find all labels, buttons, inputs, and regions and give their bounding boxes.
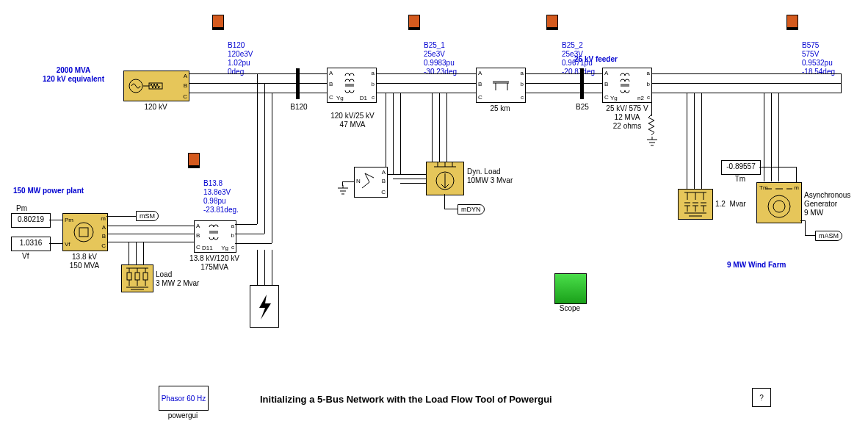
label-asyncgen: Asynchronous Generator 9 MW [804, 191, 850, 217]
goto-tag-mSM[interactable]: mSM [136, 211, 159, 221]
pi-line-icon [477, 68, 525, 102]
wire [272, 250, 272, 285]
goto-tag-mASM[interactable]: mASM [815, 231, 842, 241]
wire [264, 250, 265, 285]
wire [386, 93, 386, 174]
label-powerplant: 150 MW power plant [13, 187, 84, 195]
goto-tag-mDYN[interactable]: mDYN [457, 204, 485, 215]
wire [444, 194, 445, 209]
bus-flag-B25_1[interactable] [408, 15, 420, 30]
busbar-B25[interactable] [580, 68, 584, 99]
label-equivalent: 2000 MVA 120 kV equivalent [29, 66, 117, 84]
wire [759, 167, 796, 168]
ground-icon [336, 185, 350, 195]
label-windfarm: 9 MW Wind Farm [727, 261, 786, 270]
block-help[interactable]: ? [752, 388, 771, 407]
constant-Pm[interactable]: 0.80219 [11, 213, 51, 228]
block-ground-neutral[interactable]: N A B C [354, 167, 388, 198]
label-line: 25 km [476, 104, 524, 113]
bus-B25_1-text: B25_125e3V0.9983pu-30.23deg. [424, 24, 459, 85]
bus-flag-B25_2[interactable] [546, 15, 558, 30]
wire [796, 167, 797, 183]
wire [129, 242, 129, 264]
wire [400, 93, 401, 174]
resistor-icon [648, 115, 654, 137]
block-powergui[interactable]: Phasor 60 Hz [159, 386, 209, 411]
wire [342, 181, 354, 182]
wire [446, 93, 447, 162]
wire [771, 93, 772, 181]
wire [49, 243, 62, 244]
svg-rect-52 [143, 273, 148, 280]
block-async-gen[interactable]: Tm m [756, 182, 802, 223]
wire [393, 93, 394, 174]
xfmr-icon [328, 68, 376, 102]
label-Vf: Vf [22, 252, 29, 261]
label-scope: Scope [551, 304, 589, 313]
dynload-icon [427, 162, 463, 195]
label-xfmr2: 25 kV/ 575 V 12 MVA 22 ohms [598, 104, 657, 131]
wire [764, 93, 764, 181]
wire [687, 93, 687, 189]
bus-flag-B575[interactable] [786, 15, 798, 30]
wire [235, 234, 264, 234]
svg-point-35 [768, 195, 790, 217]
label-Pm: Pm [16, 204, 27, 213]
label-dynload: Dyn. Load 10MW 3 Mvar [467, 168, 513, 185]
block-scope[interactable] [554, 273, 587, 304]
xfmr-icon [195, 221, 236, 252]
svg-rect-41 [79, 228, 88, 237]
wire [257, 73, 258, 224]
block-source-120kV[interactable]: A B C [123, 71, 189, 101]
svg-rect-46 [127, 273, 131, 280]
cap-icon [679, 190, 712, 219]
bus-flag-B120[interactable] [212, 15, 224, 30]
block-cap[interactable] [678, 189, 713, 220]
wire [778, 93, 779, 181]
port-A: A [184, 73, 187, 79]
wire [432, 93, 433, 162]
wire [841, 73, 842, 93]
block-fault[interactable] [250, 285, 279, 328]
wire [694, 93, 695, 189]
wire [136, 242, 137, 264]
label-source-120kV: 120 kV [123, 103, 188, 112]
block-xfmr-25-575[interactable]: A B C a b c Yg n2 [602, 68, 652, 103]
busbar-B120[interactable] [296, 68, 300, 99]
svg-point-40 [74, 223, 93, 242]
block-sync-machine[interactable]: Pm Vf m A B C [62, 213, 108, 251]
svg-point-36 [773, 201, 785, 212]
wire [235, 224, 257, 225]
ground-icon [645, 137, 659, 147]
label-Tm: Tm [721, 175, 759, 184]
fault-icon [250, 286, 278, 327]
block-xfmr-13-120[interactable]: A B C a b c D11 Yg [194, 220, 236, 253]
wire [444, 209, 457, 209]
constant-Tm[interactable]: -0.89557 [721, 160, 761, 175]
load-icon [122, 265, 153, 292]
port-C: C [183, 93, 187, 100]
block-xfmr-120-25[interactable]: A B C a b c Yg D1 [327, 68, 377, 103]
port-B: B [184, 82, 187, 89]
label-gen-2: 150 MVA [59, 262, 110, 270]
block-dyn-load[interactable] [426, 162, 464, 195]
label-xfmr3: 13.8 kV/120 kV 175MVA [185, 254, 244, 272]
label-powergui: powergui [159, 411, 207, 420]
bus-flag-B13_8[interactable] [188, 153, 200, 168]
wire [805, 220, 806, 235]
wire [106, 216, 136, 217]
bus-B13_8-text: B13.813.8e3V0.98pu-23.81deg. [203, 162, 239, 223]
bus-B575-text: B575575V0.9532pu-18.54deg. [802, 24, 837, 85]
block-load-3MW[interactable] [121, 264, 153, 292]
wire [49, 220, 62, 220]
label-busbar-B120: B120 [286, 103, 311, 112]
wire [235, 243, 272, 244]
wire [342, 181, 343, 186]
wire [805, 235, 815, 236]
bus-B25_2-text: B25_225e3V0.9671pu-20.87deg. [562, 24, 597, 85]
label-busbar-B25: B25 [570, 103, 595, 112]
wire [393, 179, 430, 179]
label-cap: 1.2 Mvar [715, 200, 746, 209]
block-line-25km[interactable]: A B C a b c [476, 68, 526, 103]
constant-Vf[interactable]: 1.0316 [11, 237, 51, 251]
